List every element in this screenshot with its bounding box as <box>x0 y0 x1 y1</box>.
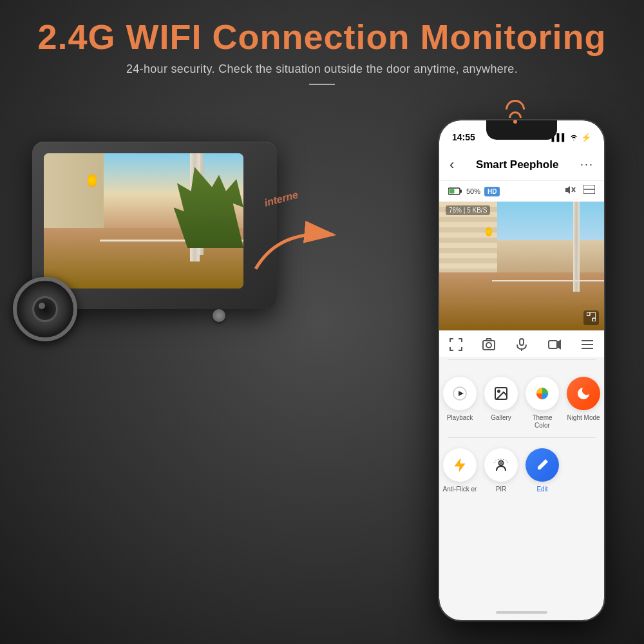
menu-item-edit[interactable]: Edit <box>522 440 563 498</box>
camera-info-bar: 50% HD <box>439 181 604 202</box>
back-button[interactable]: ‹ <box>450 156 454 173</box>
home-indicator <box>496 611 547 614</box>
phone-container: 14:55 ▌▌▌ ⚡ ‹ Smart Pe <box>438 119 605 621</box>
wifi-signal-container <box>506 100 525 124</box>
svg-point-24 <box>498 390 500 392</box>
menu-item-anti-flicker[interactable]: Anti-Flick er <box>439 440 480 498</box>
porch-scene <box>44 153 243 289</box>
menu-divider-mid <box>448 437 596 438</box>
svg-rect-3 <box>450 189 455 194</box>
gallery-label: Gallery <box>491 414 511 422</box>
app-title: Smart Peephole <box>476 158 559 171</box>
battery-status-icon: ⚡ <box>581 133 591 142</box>
svg-point-13 <box>486 343 491 348</box>
expand-icon[interactable] <box>583 310 599 325</box>
hd-badge: HD <box>484 187 500 196</box>
night-mode-icon-circle <box>567 377 600 410</box>
camera-controls-right <box>564 185 595 198</box>
record-button[interactable] <box>547 337 562 352</box>
menu-item-theme-color[interactable]: Theme Color <box>522 369 563 435</box>
svg-rect-16 <box>549 341 557 348</box>
divider <box>309 84 335 85</box>
theme-color-label: Theme Color <box>524 414 560 430</box>
main-title: 2.4G WIFI Connection Monitoring <box>26 18 618 56</box>
porch-light <box>88 174 97 187</box>
more-button[interactable]: ··· <box>580 158 594 171</box>
lens-inner <box>32 296 58 322</box>
sub-title: 24-hour security. Check the situation ou… <box>26 62 618 76</box>
menu-item-gallery[interactable]: Gallery <box>480 369 522 435</box>
svg-rect-8 <box>587 312 590 316</box>
svg-marker-26 <box>455 459 465 471</box>
device-camera-lens <box>13 277 77 341</box>
live-porch <box>439 202 604 330</box>
wifi-arc-small <box>509 111 522 118</box>
lens-reflection <box>39 303 45 309</box>
screen-content <box>44 153 243 289</box>
live-view: 76% | 5 KB/S <box>439 202 604 330</box>
battery-icon <box>448 187 462 196</box>
header: 2.4G WIFI Connection Monitoring 24-hour … <box>0 0 644 85</box>
device-body <box>32 142 277 309</box>
fullscreen-button[interactable] <box>449 337 463 352</box>
svg-rect-9 <box>592 318 596 321</box>
playback-icon-circle <box>443 377 477 410</box>
menu-grid: Playback Gallery <box>439 363 604 505</box>
screenshot-button[interactable] <box>482 337 496 352</box>
live-light <box>486 227 492 236</box>
menu-item-night-mode[interactable]: Night Mode <box>563 369 604 435</box>
edit-icon-circle <box>526 448 559 482</box>
hamburger-menu-button[interactable] <box>580 339 594 350</box>
svg-rect-14 <box>520 339 524 345</box>
layout-icon[interactable] <box>583 185 595 198</box>
battery-badge: 50% HD <box>448 187 500 196</box>
mute-icon[interactable] <box>564 185 576 198</box>
playback-label: Playback <box>447 414 473 422</box>
svg-marker-22 <box>459 391 464 396</box>
live-column-right <box>573 202 580 292</box>
wifi-icon <box>506 100 525 124</box>
wifi-arc-large <box>506 100 525 109</box>
menu-divider-top <box>448 359 596 360</box>
device-screen <box>44 153 243 289</box>
mic-button[interactable] <box>515 337 529 352</box>
svg-rect-2 <box>460 190 462 193</box>
pir-icon-circle <box>484 448 518 482</box>
phone-screen: 14:55 ▌▌▌ ⚡ ‹ Smart Pe <box>439 120 604 620</box>
anti-flicker-icon-circle <box>443 448 477 482</box>
anti-flicker-label: Anti-Flick er <box>443 486 477 493</box>
wifi-status-icon <box>569 133 578 142</box>
edit-label: Edit <box>536 486 547 493</box>
gallery-icon-circle <box>484 377 518 410</box>
phone-body: 14:55 ▌▌▌ ⚡ ‹ Smart Pe <box>438 119 605 621</box>
wifi-dot <box>513 120 517 124</box>
live-sky <box>497 202 604 240</box>
theme-color-icon-circle <box>526 377 559 410</box>
battery-percent: 50% <box>466 187 480 195</box>
live-signal-strength: 76% | 5 KB/S <box>446 205 490 215</box>
controls-row <box>439 330 604 357</box>
svg-marker-17 <box>557 341 560 348</box>
status-icons: ▌▌▌ ⚡ <box>552 133 591 142</box>
menu-item-pir[interactable]: PIR <box>480 440 522 498</box>
device-button[interactable] <box>213 309 225 322</box>
app-bar: ‹ Smart Peephole ··· <box>439 149 604 181</box>
pir-label: PIR <box>496 486 507 493</box>
night-mode-label: Night Mode <box>567 414 600 422</box>
svg-point-28 <box>500 462 502 464</box>
live-railing <box>492 280 604 281</box>
device-trees <box>174 167 244 248</box>
menu-item-playback[interactable]: Playback <box>439 369 480 435</box>
status-time: 14:55 <box>452 132 475 142</box>
